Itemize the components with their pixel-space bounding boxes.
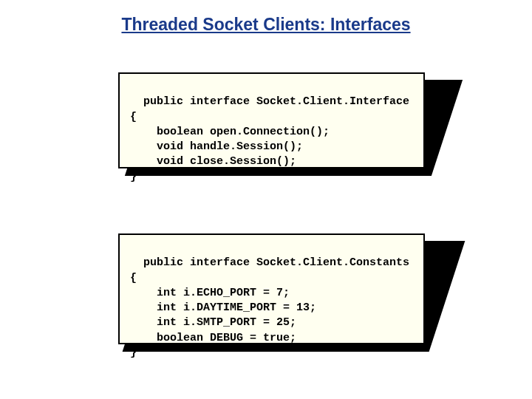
code-box-1: public interface Socket.Client.Interface… xyxy=(118,72,425,168)
page-title: Threaded Socket Clients: Interfaces xyxy=(0,15,532,35)
code-content-2: public interface Socket.Client.Constants… xyxy=(130,256,409,359)
code-box-2: public interface Socket.Client.Constants… xyxy=(118,233,425,344)
